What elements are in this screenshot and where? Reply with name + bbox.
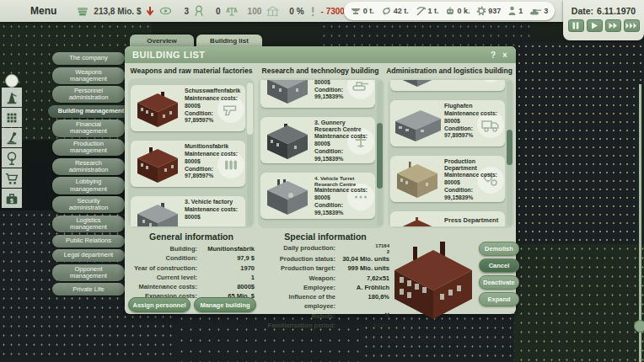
play-button[interactable] [587,19,603,32]
sidebar-item-security-administration[interactable]: Security administration [52,196,125,213]
maintenance-value: 8000$ [185,103,243,110]
scrollbar-track[interactable] [377,81,383,226]
sidebar-item-weapons-management[interactable]: Weapons management [52,67,125,84]
building-card-research-1[interactable]: Maintenance costs: 8000$ Condition: 99,1… [260,80,375,108]
scrollbar-track[interactable] [507,81,513,226]
building-card-munitionsfabrik[interactable]: Munitionsfabrik Maintenance costs: 8000$… [131,141,245,187]
map-zoom-knob[interactable] [634,320,644,333]
building-card-flughafen[interactable]: Flughafen Maintenance costs: 8000$ Condi… [390,100,505,146]
fast-forward-icon [609,22,618,29]
fastest-forward-button[interactable] [624,19,640,32]
sidebar-item-financial-management[interactable]: Financial management [52,120,125,136]
sidebar-item-logistics-management[interactable]: Logistics management [52,216,125,232]
row-value: 7,62x51 [341,274,389,283]
scrollbar-track[interactable] [247,81,253,226]
sidebar-item-production-management[interactable]: Production management [52,139,125,156]
tab-building-list[interactable]: Building list [196,35,262,47]
play-icon [591,22,598,29]
sidebar-item-research-administration[interactable]: Research administration [52,158,125,175]
cancel-button[interactable]: Cancel [479,258,519,273]
dots-icon [477,80,504,83]
building-card-vehicle-turret-research[interactable]: 4. Vehicle Turret Research Centre Mainte… [260,173,375,219]
assign-personnel-button[interactable]: Assign personnel [128,297,191,312]
tab-label: Building list [210,37,249,45]
sidebar-item-building-management[interactable]: Building management [48,105,134,118]
sidebar-item-the-company[interactable]: The company [52,52,125,65]
tool-strip: $ [2,88,22,209]
manage-building-button[interactable]: Manage building [194,297,256,312]
row-value: Munitionsfabrik [202,244,255,253]
row-label: Year of construction: [128,264,202,273]
anvil-icon [351,6,362,16]
help-button[interactable]: ? [487,51,499,60]
building-card-schusswaffenfabrik[interactable]: Schusswaffenfabrik Maintenance costs: 80… [131,85,245,131]
tool-tree[interactable] [2,148,22,168]
factory-thumbnail [392,215,443,226]
sidebar-item-legal-department[interactable]: Legal department [52,249,125,262]
maintenance-value: 8000$ [185,158,243,166]
building-card-gunnery-research[interactable]: 3. Gunnery Research Centre Maintenance c… [260,117,375,163]
row-value: 100% [341,321,389,330]
building-card-vehicle-factory[interactable]: 3. Vehicle factory Maintenance costs: 80… [131,196,245,226]
row-value: 999 Mio. units [341,264,389,273]
info-row: Employee:A. Fröhlich [261,283,389,292]
tab-overview[interactable]: Overview [130,35,194,47]
demolish-button[interactable]: Demolish [479,242,519,256]
close-button[interactable]: × [499,51,511,60]
energy-icon [309,6,316,17]
building-name: Munitionsfabrik [185,143,243,151]
sidebar-item-label: Security administration [62,198,115,211]
fast-forward-button[interactable] [605,19,621,32]
row-label: Weapon: [261,274,341,283]
sidebar-item-opponent-management[interactable]: Opponent management [52,264,125,281]
tool-cart[interactable] [2,168,22,188]
scrollbar-thumb[interactable] [377,123,383,189]
tank-icon [529,6,542,16]
row-value: 8000$ [202,282,255,291]
info-row: Daily production: 17164 2 [261,243,389,254]
maintenance-label: Maintenance costs: [444,110,502,118]
trend-down-icon [146,6,154,16]
expand-button[interactable]: Expand [479,292,519,306]
column-header-research: Research and technology building [257,67,384,75]
tool-briefcase[interactable]: $ [2,189,22,208]
sidebar-item-public-relations[interactable]: Public Relations [52,235,125,248]
info-row: Production target:999 Mio. units [261,264,389,273]
info-row: Weapon:7,62x51 [261,274,389,283]
microscope-icon [4,130,19,146]
deactivate-button[interactable]: Deactivate [479,275,519,290]
sidebar-item-label: The company [69,55,107,61]
building-card-production-department[interactable]: Production Department Maintenance costs:… [390,156,505,202]
factory-thumbnail [262,176,313,216]
maintenance-label: Maintenance costs: [185,206,243,214]
robots-cross: × [341,311,389,321]
keypad-icon [4,110,19,125]
soldier-value: 1 [518,7,523,15]
sidebar-item-personnel-administration[interactable]: Personnel administration [52,86,125,103]
anvil-value: 0 t. [363,7,374,15]
cart-icon [4,171,19,186]
sidebar-item-label: Financial management [62,121,115,135]
sidebar-item-private-life[interactable]: Private Life [52,283,125,295]
tool-microscope[interactable] [2,128,22,147]
column-admin: Flughafen Maintenance costs: 8000$ Condi… [388,78,514,228]
building-list-research: Maintenance costs: 8000$ Condition: 99,1… [260,80,375,226]
tool-strip-toggle[interactable] [5,74,19,88]
row-label: Influence of the employee: [261,292,341,311]
tool-keypad[interactable] [2,108,22,127]
tool-derrick[interactable] [2,88,22,107]
menu-button[interactable]: Menu [30,5,56,17]
money-icon [77,5,89,17]
scrollbar-thumb[interactable] [247,83,253,135]
card-text: Flughafen Maintenance costs: 8000$ Condi… [444,103,502,140]
building-card-admin-1[interactable] [390,80,505,91]
maintenance-label: Maintenance costs: [444,172,502,179]
scrollbar-thumb[interactable] [507,130,513,165]
pill-stat: 42 t. [381,6,409,16]
pause-button[interactable] [568,19,584,32]
date-value: 6.11.1970 [597,6,636,16]
sidebar-item-lobbying-management[interactable]: Lobbying management [52,177,125,194]
scales-icon [226,6,238,17]
info-row: Robots:× [261,311,389,321]
building-card-press-department[interactable]: Press Department [390,211,505,226]
